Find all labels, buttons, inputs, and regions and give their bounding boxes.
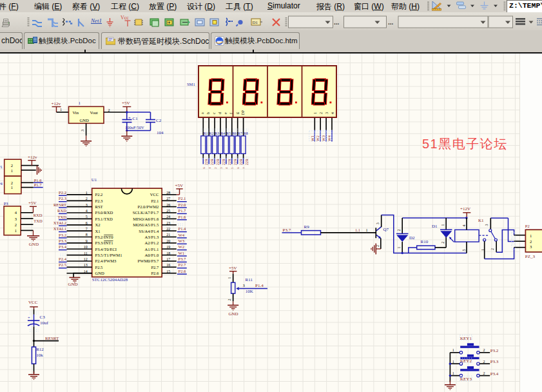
svg-text:6: 6 bbox=[237, 167, 240, 169]
svg-text:P2.3: P2.3 bbox=[59, 196, 67, 201]
svg-text:1.1: 1.1 bbox=[355, 228, 360, 232]
svg-text:P1: P1 bbox=[0, 164, 3, 169]
svg-text:22R: 22R bbox=[239, 159, 243, 165]
svg-text:22R: 22R bbox=[245, 159, 249, 165]
svg-text:2: 2 bbox=[483, 360, 485, 364]
svg-text:R8: R8 bbox=[244, 132, 248, 135]
svg-text:10K: 10K bbox=[246, 289, 253, 294]
svg-text:SCLK/A7/P1.7: SCLK/A7/P1.7 bbox=[133, 210, 159, 215]
svg-text:8: 8 bbox=[86, 233, 88, 237]
svg-text:PWM0/P3.7: PWM0/P3.7 bbox=[138, 259, 159, 263]
svg-text:P2.6: P2.6 bbox=[179, 269, 187, 273]
svg-text:R9: R9 bbox=[304, 224, 310, 230]
svg-text:17: 17 bbox=[166, 257, 170, 261]
svg-text:22R: 22R bbox=[210, 159, 214, 165]
svg-text:RESRT: RESRT bbox=[45, 336, 59, 341]
svg-text:10k: 10k bbox=[36, 353, 43, 358]
svg-text:2: 2 bbox=[214, 167, 217, 169]
svg-text:VCC: VCC bbox=[28, 300, 38, 305]
svg-text:PZ_3: PZ_3 bbox=[525, 254, 536, 259]
svg-text:1: 1 bbox=[79, 101, 81, 106]
svg-text:10: 10 bbox=[84, 245, 88, 249]
svg-text:P2.6: P2.6 bbox=[151, 271, 159, 275]
svg-text:P2.2: P2.2 bbox=[95, 192, 103, 197]
svg-text:100uF/50V: 100uF/50V bbox=[125, 125, 144, 130]
svg-text:...: ... bbox=[388, 18, 394, 26]
svg-text:R5: R5 bbox=[226, 132, 231, 135]
svg-text:W3: W3 bbox=[321, 135, 325, 141]
svg-text:4: 4 bbox=[331, 112, 334, 114]
svg-text:1: 1 bbox=[366, 228, 368, 232]
svg-text:7: 7 bbox=[86, 227, 88, 231]
svg-text:K1: K1 bbox=[478, 218, 484, 223]
svg-text:P3.3/INT1: P3.3/INT1 bbox=[95, 240, 113, 245]
svg-text:R2: R2 bbox=[209, 132, 214, 135]
svg-text:22R: 22R bbox=[216, 159, 220, 165]
svg-text:Net1: Net1 bbox=[90, 17, 102, 24]
svg-text:P2.1: P2.1 bbox=[179, 196, 186, 201]
svg-text:28: 28 bbox=[166, 191, 170, 195]
svg-text:R7: R7 bbox=[238, 132, 242, 135]
svg-text:P3.4/T0/ECI: P3.4/T0/ECI bbox=[95, 247, 117, 251]
svg-text:g: g bbox=[235, 112, 239, 114]
svg-text:P1.7: P1.7 bbox=[179, 208, 187, 213]
svg-text:1: 1 bbox=[15, 228, 17, 233]
svg-text:R1: R1 bbox=[204, 132, 208, 135]
svg-text:+12v: +12v bbox=[28, 155, 37, 160]
svg-text:W4: W4 bbox=[327, 135, 331, 141]
svg-text:R4: R4 bbox=[220, 132, 225, 135]
svg-text:22R: 22R bbox=[204, 159, 208, 165]
svg-text:1: 1 bbox=[86, 191, 88, 195]
svg-text:MOSI/A5/P1.5: MOSI/A5/P1.5 bbox=[133, 222, 159, 227]
svg-text:21: 21 bbox=[166, 233, 170, 237]
svg-text:1: 1 bbox=[227, 277, 231, 279]
svg-text:P2.7: P2.7 bbox=[151, 265, 159, 270]
svg-text:+12v: +12v bbox=[52, 101, 61, 106]
svg-text:3: 3 bbox=[243, 284, 245, 288]
svg-text:P1.6: P1.6 bbox=[34, 178, 42, 182]
svg-text:2: 2 bbox=[15, 222, 17, 227]
svg-text:P2.0/PWM2: P2.0/PWM2 bbox=[138, 204, 159, 209]
svg-text:RST: RST bbox=[95, 204, 103, 209]
svg-text:Q7: Q7 bbox=[383, 227, 389, 232]
svg-text:11: 11 bbox=[84, 251, 88, 255]
svg-text:Vout: Vout bbox=[90, 110, 99, 115]
svg-text:3: 3 bbox=[530, 244, 532, 249]
svg-text:1: 1 bbox=[530, 233, 532, 238]
svg-text:d: d bbox=[218, 112, 222, 114]
svg-text:2: 2 bbox=[11, 181, 13, 185]
svg-text:P3.1/TXD: P3.1/TXD bbox=[95, 217, 113, 221]
svg-text:2: 2 bbox=[227, 299, 231, 301]
svg-text:1: 1 bbox=[452, 348, 454, 352]
svg-text:X1: X1 bbox=[95, 229, 101, 233]
svg-text:4: 4 bbox=[86, 209, 88, 213]
svg-text:+5V: +5V bbox=[122, 101, 130, 106]
svg-text:R10: R10 bbox=[421, 239, 429, 244]
svg-text:W4: W4 bbox=[179, 233, 185, 237]
svg-text:2: 2 bbox=[319, 112, 323, 114]
svg-text:4: 4 bbox=[462, 225, 466, 227]
svg-text:2: 2 bbox=[490, 248, 494, 250]
svg-text:P2.4/PWM3: P2.4/PWM3 bbox=[95, 259, 117, 263]
svg-text:a: a bbox=[200, 112, 204, 114]
svg-text:18: 18 bbox=[166, 251, 170, 255]
svg-text:b: b bbox=[206, 112, 210, 114]
svg-text:2: 2 bbox=[483, 348, 485, 352]
svg-text:3: 3 bbox=[325, 112, 329, 114]
svg-text:1: 1 bbox=[441, 224, 445, 226]
svg-text:XTAL1: XTAL1 bbox=[53, 226, 66, 231]
svg-text:P2.5: P2.5 bbox=[95, 265, 104, 270]
svg-text:2: 2 bbox=[441, 242, 445, 244]
svg-text:P2.2: P2.2 bbox=[59, 190, 66, 195]
svg-text:...: ... bbox=[334, 18, 340, 26]
svg-text:P2.3: P2.3 bbox=[95, 199, 104, 203]
svg-text:C2: C2 bbox=[156, 118, 162, 123]
svg-text:P3.2: P3.2 bbox=[490, 348, 499, 353]
svg-text:22R: 22R bbox=[227, 159, 231, 165]
svg-text:6: 6 bbox=[202, 167, 206, 169]
svg-text:X2: X2 bbox=[95, 222, 101, 227]
svg-text:+5V: +5V bbox=[28, 201, 37, 206]
svg-text:A3/P1.3: A3/P1.3 bbox=[144, 235, 159, 239]
svg-text:Vin: Vin bbox=[73, 110, 79, 115]
svg-text:RESRT: RESRT bbox=[53, 202, 66, 207]
